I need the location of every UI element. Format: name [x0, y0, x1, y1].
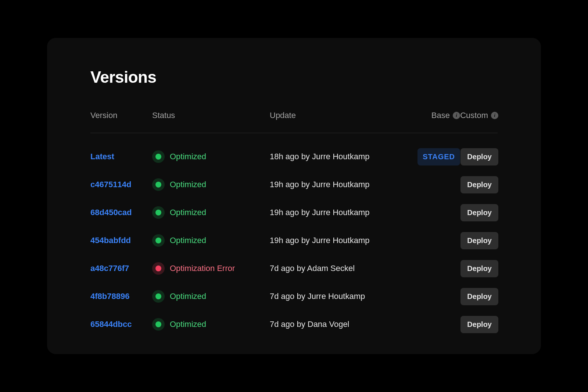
- version-link[interactable]: 454babfdd: [90, 236, 131, 245]
- status-indicator-icon: [152, 150, 165, 163]
- table-body: LatestOptimized18h ago by Jurre Houtkamp…: [90, 133, 498, 338]
- column-header-label: Status: [152, 111, 175, 120]
- table-row: 454babfddOptimized19h ago by Jurre Houtk…: [90, 227, 498, 254]
- status-label: Optimized: [170, 320, 206, 329]
- status-label: Optimized: [170, 152, 206, 161]
- column-header-label: Base: [431, 111, 450, 120]
- status-indicator-icon: [152, 262, 165, 275]
- status-label: Optimization Error: [170, 264, 235, 273]
- update-info: 7d ago by Jurre Houtkamp: [270, 292, 409, 301]
- table-header: Version Status Update Base i Custom i: [90, 111, 498, 133]
- deploy-button[interactable]: Deploy: [460, 176, 498, 193]
- version-link[interactable]: Latest: [90, 152, 114, 161]
- column-header-base: Base i: [409, 111, 460, 120]
- update-info: 19h ago by Jurre Houtkamp: [270, 180, 409, 189]
- status-label: Optimized: [170, 292, 206, 301]
- status-indicator-icon: [152, 318, 165, 331]
- table-row: 68d450cadOptimized19h ago by Jurre Houtk…: [90, 199, 498, 227]
- update-info: 19h ago by Jurre Houtkamp: [270, 236, 409, 245]
- table-row: a48c776f7Optimization Error7d ago by Ada…: [90, 254, 498, 282]
- table-row: 65844dbccOptimized7d ago by Dana VogelDe…: [90, 310, 498, 338]
- column-header-version: Version: [90, 111, 152, 120]
- column-header-update: Update: [270, 111, 409, 120]
- status-label: Optimized: [170, 236, 206, 245]
- deploy-button[interactable]: Deploy: [460, 204, 498, 221]
- column-header-label: Version: [90, 111, 117, 120]
- page-title: Versions: [90, 68, 498, 86]
- deploy-button[interactable]: Deploy: [460, 148, 498, 165]
- info-icon[interactable]: i: [491, 112, 498, 119]
- status-indicator-icon: [152, 206, 165, 219]
- version-link[interactable]: a48c776f7: [90, 264, 129, 273]
- status-label: Optimized: [170, 208, 206, 217]
- update-info: 19h ago by Jurre Houtkamp: [270, 208, 409, 217]
- status-indicator-icon: [152, 178, 165, 191]
- versions-panel: Versions Version Status Update Base i Cu…: [47, 38, 541, 354]
- update-info: 7d ago by Dana Vogel: [270, 320, 409, 329]
- column-header-label: Custom: [460, 111, 488, 120]
- version-link[interactable]: 65844dbcc: [90, 320, 132, 329]
- table-row: LatestOptimized18h ago by Jurre Houtkamp…: [90, 143, 498, 171]
- update-info: 18h ago by Jurre Houtkamp: [270, 152, 409, 161]
- column-header-custom: Custom i: [460, 111, 498, 120]
- table-row: c4675114dOptimized19h ago by Jurre Houtk…: [90, 171, 498, 199]
- column-header-status: Status: [152, 111, 270, 120]
- staged-badge: STAGED: [417, 148, 460, 165]
- version-link[interactable]: 68d450cad: [90, 208, 132, 217]
- version-link[interactable]: 4f8b78896: [90, 292, 129, 301]
- status-indicator-icon: [152, 234, 165, 247]
- deploy-button[interactable]: Deploy: [460, 288, 498, 305]
- status-indicator-icon: [152, 290, 165, 303]
- table-row: 4f8b78896Optimized7d ago by Jurre Houtka…: [90, 282, 498, 310]
- status-label: Optimized: [170, 180, 206, 189]
- deploy-button[interactable]: Deploy: [460, 232, 498, 249]
- column-header-label: Update: [270, 111, 296, 120]
- update-info: 7d ago by Adam Seckel: [270, 264, 409, 273]
- deploy-button[interactable]: Deploy: [460, 260, 498, 277]
- info-icon[interactable]: i: [453, 112, 460, 119]
- version-link[interactable]: c4675114d: [90, 180, 131, 189]
- deploy-button[interactable]: Deploy: [460, 316, 498, 333]
